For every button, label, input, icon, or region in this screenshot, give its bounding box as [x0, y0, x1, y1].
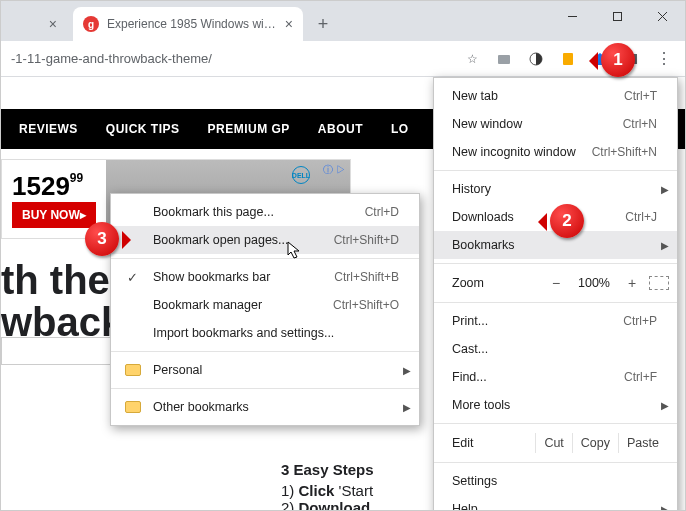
- menu-show-bookmarks-bar[interactable]: ✓Show bookmarks barCtrl+Shift+B: [111, 263, 419, 291]
- menu-bookmark-open-pages[interactable]: Bookmark open pages...Ctrl+Shift+D: [111, 226, 419, 254]
- menu-separator: [434, 263, 677, 264]
- chevron-right-icon: ▶: [661, 504, 669, 512]
- ad-price: 152999: [12, 171, 96, 202]
- menu-bookmark-this-page[interactable]: Bookmark this page...Ctrl+D: [111, 198, 419, 226]
- menu-new-tab[interactable]: New tabCtrl+T: [434, 82, 677, 110]
- zoom-value: 100%: [573, 276, 615, 290]
- adchoices-icon[interactable]: ⓘ ▷: [323, 163, 346, 177]
- chevron-right-icon: ▶: [403, 402, 411, 413]
- maximize-button[interactable]: [595, 1, 640, 31]
- menu-import-bookmarks[interactable]: Import bookmarks and settings...: [111, 319, 419, 347]
- close-window-button[interactable]: [640, 1, 685, 31]
- menu-folder-other[interactable]: Other bookmarks▶: [111, 393, 419, 421]
- copy-button[interactable]: Copy: [572, 433, 618, 453]
- menu-separator: [111, 388, 419, 389]
- nav-item[interactable]: LO: [391, 122, 409, 136]
- menu-more-tools[interactable]: More tools▶: [434, 391, 677, 419]
- menu-separator: [434, 423, 677, 424]
- extension-icon[interactable]: [495, 50, 513, 68]
- folder-icon: [125, 401, 141, 413]
- paste-button[interactable]: Paste: [618, 433, 667, 453]
- zoom-label: Zoom: [452, 276, 539, 290]
- close-icon[interactable]: ×: [285, 16, 293, 32]
- nav-item[interactable]: PREMIUM GP: [208, 122, 290, 136]
- chevron-right-icon: ▶: [661, 240, 669, 251]
- menu-new-window[interactable]: New windowCtrl+N: [434, 110, 677, 138]
- svg-rect-4: [498, 55, 510, 64]
- menu-separator: [434, 302, 677, 303]
- star-icon[interactable]: ☆: [463, 50, 481, 68]
- chrome-main-menu: New tabCtrl+T New windowCtrl+N New incog…: [433, 77, 678, 511]
- tab-strip: × g Experience 1985 Windows with t × +: [1, 1, 685, 41]
- nav-item[interactable]: REVIEWS: [19, 122, 78, 136]
- cursor-icon: [287, 241, 305, 261]
- check-icon: ✓: [127, 270, 138, 285]
- folder-icon: [125, 364, 141, 376]
- dell-logo-icon: DELL: [292, 166, 310, 184]
- svg-marker-8: [288, 242, 299, 258]
- tab-title: Experience 1985 Windows with t: [107, 17, 279, 31]
- favicon-icon: g: [83, 16, 99, 32]
- window-controls: [550, 1, 685, 31]
- edit-label: Edit: [452, 436, 535, 450]
- menu-zoom: Zoom − 100% +: [434, 268, 677, 298]
- menu-help[interactable]: Help▶: [434, 495, 677, 511]
- annotation-hint-2: 2: [550, 204, 584, 238]
- close-icon[interactable]: ×: [49, 16, 57, 32]
- buy-now-button[interactable]: BUY NOW ▸: [12, 202, 96, 228]
- menu-edit-row: Edit Cut Copy Paste: [434, 428, 677, 458]
- extension-icon[interactable]: [559, 50, 577, 68]
- menu-bookmarks[interactable]: Bookmarks▶: [434, 231, 677, 259]
- step-line: 2) Download: [281, 499, 374, 511]
- zoom-out-button[interactable]: −: [543, 275, 569, 291]
- nav-item[interactable]: QUICK TIPS: [106, 122, 180, 136]
- menu-history[interactable]: History▶: [434, 175, 677, 203]
- step-line: 1) Click 'Start: [281, 482, 374, 499]
- steps-heading: 3 Easy Steps: [281, 461, 374, 478]
- annotation-hint-1: 1: [601, 43, 635, 77]
- annotation-hint-3: 3: [85, 222, 119, 256]
- menu-print[interactable]: Print...Ctrl+P: [434, 307, 677, 335]
- address-bar[interactable]: -1-11-game-and-throwback-theme/: [11, 51, 463, 66]
- menu-incognito[interactable]: New incognito windowCtrl+Shift+N: [434, 138, 677, 166]
- chevron-right-icon: ▶: [403, 365, 411, 376]
- tab-inactive[interactable]: ×: [7, 7, 67, 41]
- menu-settings[interactable]: Settings: [434, 467, 677, 495]
- menu-find[interactable]: Find...Ctrl+F: [434, 363, 677, 391]
- menu-separator: [434, 462, 677, 463]
- menu-separator: [434, 170, 677, 171]
- svg-rect-1: [614, 12, 622, 20]
- menu-separator: [111, 351, 419, 352]
- menu-separator: [111, 258, 419, 259]
- menu-bookmark-manager[interactable]: Bookmark managerCtrl+Shift+O: [111, 291, 419, 319]
- tab-active[interactable]: g Experience 1985 Windows with t ×: [73, 7, 303, 41]
- cut-button[interactable]: Cut: [535, 433, 571, 453]
- new-tab-button[interactable]: +: [309, 10, 337, 38]
- fullscreen-icon[interactable]: [649, 276, 669, 290]
- chrome-menu-button[interactable]: ⋮: [649, 44, 679, 74]
- nav-item[interactable]: ABOUT: [318, 122, 363, 136]
- menu-folder-personal[interactable]: Personal▶: [111, 356, 419, 384]
- ad-steps: 3 Easy Steps 1) Click 'Start 2) Download…: [281, 461, 374, 511]
- bookmarks-submenu: Bookmark this page...Ctrl+D Bookmark ope…: [110, 193, 420, 426]
- chevron-right-icon: ▶: [661, 184, 669, 195]
- zoom-in-button[interactable]: +: [619, 275, 645, 291]
- chevron-right-icon: ▶: [661, 400, 669, 411]
- menu-cast[interactable]: Cast...: [434, 335, 677, 363]
- minimize-button[interactable]: [550, 1, 595, 31]
- svg-rect-6: [563, 53, 573, 65]
- extension-icon[interactable]: [527, 50, 545, 68]
